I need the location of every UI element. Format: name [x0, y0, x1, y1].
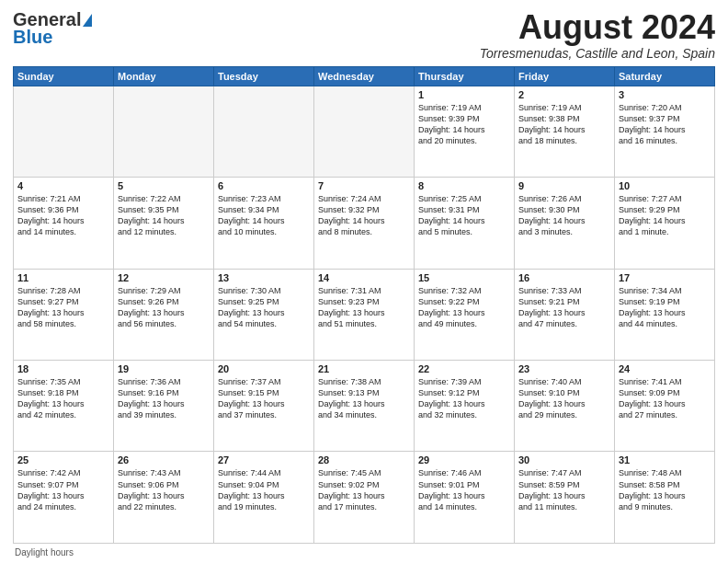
logo-triangle-icon — [83, 14, 92, 27]
calendar-cell: 25Sunrise: 7:42 AM Sunset: 9:07 PM Dayli… — [14, 452, 114, 544]
calendar-cell: 30Sunrise: 7:47 AM Sunset: 8:59 PM Dayli… — [515, 452, 615, 544]
calendar-header-row: SundayMondayTuesdayWednesdayThursdayFrid… — [14, 66, 715, 86]
day-header-tuesday: Tuesday — [214, 66, 314, 86]
calendar-cell: 12Sunrise: 7:29 AM Sunset: 9:26 PM Dayli… — [114, 269, 214, 360]
day-info: Sunrise: 7:19 AM Sunset: 9:39 PM Dayligh… — [418, 102, 510, 147]
day-number: 3 — [619, 89, 711, 100]
calendar-cell: 7Sunrise: 7:24 AM Sunset: 9:32 PM Daylig… — [314, 178, 415, 269]
calendar-cell: 26Sunrise: 7:43 AM Sunset: 9:06 PM Dayli… — [114, 452, 214, 544]
day-number: 20 — [218, 363, 310, 374]
day-number: 7 — [318, 180, 410, 191]
day-info: Sunrise: 7:21 AM Sunset: 9:36 PM Dayligh… — [17, 193, 109, 238]
calendar-title: August 2024 — [480, 9, 715, 46]
day-number: 26 — [118, 454, 210, 465]
calendar-week-row: 11Sunrise: 7:28 AM Sunset: 9:27 PM Dayli… — [14, 269, 715, 360]
calendar-cell: 11Sunrise: 7:28 AM Sunset: 9:27 PM Dayli… — [14, 269, 114, 360]
day-number: 28 — [318, 454, 410, 465]
calendar-cell: 5Sunrise: 7:22 AM Sunset: 9:35 PM Daylig… — [114, 178, 214, 269]
day-number: 12 — [118, 272, 210, 283]
logo: General Blue — [13, 9, 92, 48]
calendar-location: Torresmenudas, Castille and Leon, Spain — [480, 46, 715, 61]
day-number: 8 — [418, 180, 510, 191]
day-info: Sunrise: 7:32 AM Sunset: 9:22 PM Dayligh… — [418, 285, 510, 330]
calendar-cell: 17Sunrise: 7:34 AM Sunset: 9:19 PM Dayli… — [615, 269, 715, 360]
logo-blue: Blue — [13, 27, 52, 48]
page: General Blue August 2024 Torresmenudas, … — [0, 0, 728, 563]
day-header-thursday: Thursday — [415, 66, 515, 86]
day-number: 24 — [619, 363, 711, 374]
day-info: Sunrise: 7:40 AM Sunset: 9:10 PM Dayligh… — [518, 376, 610, 421]
day-info: Sunrise: 7:25 AM Sunset: 9:31 PM Dayligh… — [418, 193, 510, 238]
calendar-cell: 13Sunrise: 7:30 AM Sunset: 9:25 PM Dayli… — [214, 269, 314, 360]
calendar-cell — [14, 86, 114, 177]
day-info: Sunrise: 7:24 AM Sunset: 9:32 PM Dayligh… — [318, 193, 410, 238]
day-info: Sunrise: 7:33 AM Sunset: 9:21 PM Dayligh… — [518, 285, 610, 330]
day-number: 27 — [218, 454, 310, 465]
day-info: Sunrise: 7:36 AM Sunset: 9:16 PM Dayligh… — [118, 376, 210, 421]
day-number: 25 — [17, 454, 109, 465]
calendar-cell: 3Sunrise: 7:20 AM Sunset: 9:37 PM Daylig… — [615, 86, 715, 177]
day-number: 31 — [619, 454, 711, 465]
day-number: 22 — [418, 363, 510, 374]
calendar-cell: 6Sunrise: 7:23 AM Sunset: 9:34 PM Daylig… — [214, 178, 314, 269]
day-number: 21 — [318, 363, 410, 374]
day-number: 14 — [318, 272, 410, 283]
day-header-monday: Monday — [114, 66, 214, 86]
footer: Daylight hours — [13, 547, 715, 557]
calendar-cell — [214, 86, 314, 177]
day-info: Sunrise: 7:28 AM Sunset: 9:27 PM Dayligh… — [17, 285, 109, 330]
calendar-cell: 1Sunrise: 7:19 AM Sunset: 9:39 PM Daylig… — [415, 86, 515, 177]
calendar-cell: 4Sunrise: 7:21 AM Sunset: 9:36 PM Daylig… — [14, 178, 114, 269]
calendar-cell: 20Sunrise: 7:37 AM Sunset: 9:15 PM Dayli… — [214, 361, 314, 452]
calendar-cell: 31Sunrise: 7:48 AM Sunset: 8:58 PM Dayli… — [615, 452, 715, 544]
day-number: 17 — [619, 272, 711, 283]
daylight-label: Daylight hours — [15, 547, 74, 557]
day-info: Sunrise: 7:43 AM Sunset: 9:06 PM Dayligh… — [118, 467, 210, 512]
calendar-cell: 23Sunrise: 7:40 AM Sunset: 9:10 PM Dayli… — [515, 361, 615, 452]
calendar-cell: 8Sunrise: 7:25 AM Sunset: 9:31 PM Daylig… — [415, 178, 515, 269]
day-info: Sunrise: 7:19 AM Sunset: 9:38 PM Dayligh… — [518, 102, 610, 147]
calendar-cell — [114, 86, 214, 177]
day-info: Sunrise: 7:39 AM Sunset: 9:12 PM Dayligh… — [418, 376, 510, 421]
calendar-cell: 16Sunrise: 7:33 AM Sunset: 9:21 PM Dayli… — [515, 269, 615, 360]
day-info: Sunrise: 7:38 AM Sunset: 9:13 PM Dayligh… — [318, 376, 410, 421]
calendar-cell — [314, 86, 415, 177]
calendar-table: SundayMondayTuesdayWednesdayThursdayFrid… — [13, 66, 715, 544]
calendar-week-row: 25Sunrise: 7:42 AM Sunset: 9:07 PM Dayli… — [14, 452, 715, 544]
day-info: Sunrise: 7:26 AM Sunset: 9:30 PM Dayligh… — [518, 193, 610, 238]
day-info: Sunrise: 7:44 AM Sunset: 9:04 PM Dayligh… — [218, 467, 310, 512]
day-header-saturday: Saturday — [615, 66, 715, 86]
day-info: Sunrise: 7:27 AM Sunset: 9:29 PM Dayligh… — [619, 193, 711, 238]
day-number: 29 — [418, 454, 510, 465]
day-info: Sunrise: 7:41 AM Sunset: 9:09 PM Dayligh… — [619, 376, 711, 421]
calendar-cell: 19Sunrise: 7:36 AM Sunset: 9:16 PM Dayli… — [114, 361, 214, 452]
day-info: Sunrise: 7:23 AM Sunset: 9:34 PM Dayligh… — [218, 193, 310, 238]
day-number: 30 — [518, 454, 610, 465]
calendar-cell: 18Sunrise: 7:35 AM Sunset: 9:18 PM Dayli… — [14, 361, 114, 452]
day-number: 10 — [619, 180, 711, 191]
calendar-cell: 2Sunrise: 7:19 AM Sunset: 9:38 PM Daylig… — [515, 86, 615, 177]
day-number: 4 — [17, 180, 109, 191]
calendar-cell: 10Sunrise: 7:27 AM Sunset: 9:29 PM Dayli… — [615, 178, 715, 269]
day-info: Sunrise: 7:20 AM Sunset: 9:37 PM Dayligh… — [619, 102, 711, 147]
calendar-week-row: 1Sunrise: 7:19 AM Sunset: 9:39 PM Daylig… — [14, 86, 715, 177]
day-header-sunday: Sunday — [14, 66, 114, 86]
calendar-cell: 27Sunrise: 7:44 AM Sunset: 9:04 PM Dayli… — [214, 452, 314, 544]
day-number: 2 — [518, 89, 610, 100]
day-info: Sunrise: 7:42 AM Sunset: 9:07 PM Dayligh… — [17, 467, 109, 512]
day-number: 15 — [418, 272, 510, 283]
day-info: Sunrise: 7:34 AM Sunset: 9:19 PM Dayligh… — [619, 285, 711, 330]
day-info: Sunrise: 7:45 AM Sunset: 9:02 PM Dayligh… — [318, 467, 410, 512]
calendar-week-row: 4Sunrise: 7:21 AM Sunset: 9:36 PM Daylig… — [14, 178, 715, 269]
day-header-wednesday: Wednesday — [314, 66, 415, 86]
day-info: Sunrise: 7:29 AM Sunset: 9:26 PM Dayligh… — [118, 285, 210, 330]
day-number: 5 — [118, 180, 210, 191]
day-header-friday: Friday — [515, 66, 615, 86]
day-number: 11 — [17, 272, 109, 283]
day-number: 16 — [518, 272, 610, 283]
day-number: 6 — [218, 180, 310, 191]
calendar-cell: 9Sunrise: 7:26 AM Sunset: 9:30 PM Daylig… — [515, 178, 615, 269]
day-number: 23 — [518, 363, 610, 374]
calendar-cell: 28Sunrise: 7:45 AM Sunset: 9:02 PM Dayli… — [314, 452, 415, 544]
day-info: Sunrise: 7:37 AM Sunset: 9:15 PM Dayligh… — [218, 376, 310, 421]
